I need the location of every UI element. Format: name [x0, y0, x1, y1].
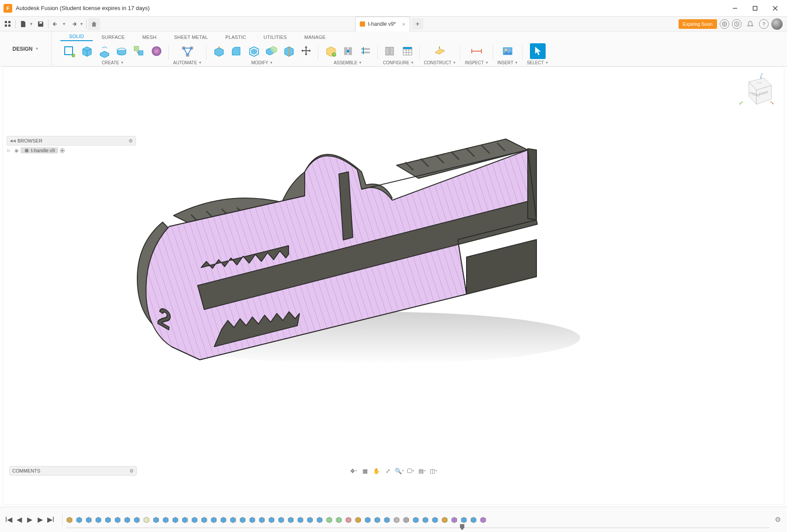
- timeline-feature[interactable]: [402, 515, 411, 524]
- notifications-button[interactable]: [744, 18, 756, 30]
- help-button[interactable]: ?: [759, 19, 769, 29]
- timeline-feature[interactable]: [190, 515, 199, 524]
- timeline-feature[interactable]: [277, 515, 286, 524]
- timeline-feature[interactable]: [171, 515, 180, 524]
- plane-icon[interactable]: [432, 43, 448, 59]
- look-at-icon[interactable]: ▦: [360, 466, 370, 476]
- tab-utilities[interactable]: UTILITIES: [255, 33, 296, 41]
- timeline-feature[interactable]: [383, 515, 391, 524]
- save-button[interactable]: [35, 18, 47, 30]
- sweep-icon[interactable]: [131, 43, 147, 59]
- timeline-feature[interactable]: [344, 515, 353, 524]
- group-label[interactable]: CONSTRUCT: [424, 60, 452, 65]
- timeline-feature[interactable]: [229, 515, 237, 524]
- model-section-view[interactable]: 2: [99, 124, 602, 377]
- timeline-feature[interactable]: [354, 515, 362, 524]
- component-chip[interactable]: t-handle v9: [21, 147, 58, 153]
- tab-manage[interactable]: MANAGE: [296, 33, 334, 41]
- measure-icon[interactable]: [469, 43, 484, 59]
- orbit-icon[interactable]: ✥▾: [349, 466, 359, 476]
- timeline-feature[interactable]: [363, 515, 372, 524]
- job-status-button[interactable]: [732, 19, 742, 29]
- timeline-feature[interactable]: [181, 515, 189, 524]
- insert-icon[interactable]: [500, 43, 515, 59]
- timeline-marker[interactable]: [460, 524, 464, 530]
- timeline-feature[interactable]: [460, 515, 468, 524]
- undo-button[interactable]: [50, 18, 62, 30]
- timeline-feature[interactable]: [411, 515, 420, 524]
- zoom-icon[interactable]: ⤢: [383, 466, 393, 476]
- timeline-feature[interactable]: [209, 515, 218, 524]
- revolve-icon[interactable]: [114, 43, 129, 59]
- file-menu-button[interactable]: [17, 18, 29, 30]
- timeline-feature[interactable]: [296, 515, 305, 524]
- timeline-feature[interactable]: [123, 515, 132, 524]
- timeline-feature[interactable]: [132, 515, 141, 524]
- minimize-button[interactable]: [725, 0, 745, 17]
- tab-sheet-metal[interactable]: SHEET METAL: [165, 33, 217, 41]
- press-pull-icon[interactable]: [211, 43, 226, 59]
- extensions-button[interactable]: [720, 19, 729, 29]
- timeline-feature[interactable]: [219, 515, 228, 524]
- tab-solid[interactable]: SOLID: [60, 32, 93, 41]
- home-button[interactable]: [88, 18, 100, 30]
- timeline-feature[interactable]: [440, 515, 449, 524]
- timeline-track[interactable]: [66, 527, 770, 529]
- new-component-icon[interactable]: +: [323, 43, 338, 59]
- sketch-icon[interactable]: +: [61, 43, 77, 59]
- timeline-feature[interactable]: [65, 515, 74, 524]
- timeline-feature[interactable]: [84, 515, 93, 524]
- timeline-feature[interactable]: [469, 515, 478, 524]
- timeline-play-button[interactable]: ▶: [25, 515, 34, 524]
- fit-icon[interactable]: 🔍▾: [394, 466, 404, 476]
- timeline-feature[interactable]: [315, 515, 324, 524]
- pan-icon[interactable]: ✋: [372, 466, 381, 476]
- timeline-feature[interactable]: [325, 515, 334, 524]
- timeline-feature[interactable]: [334, 515, 343, 524]
- tab-mesh[interactable]: MESH: [133, 33, 165, 41]
- group-label[interactable]: MODIFY: [251, 60, 268, 65]
- timeline-feature[interactable]: [75, 515, 84, 524]
- select-icon[interactable]: [530, 43, 546, 59]
- viewcube[interactable]: z x y FRONT RIGHT TOP: [738, 71, 775, 109]
- group-label[interactable]: INSPECT: [465, 60, 484, 65]
- as-built-joint-icon[interactable]: [358, 43, 373, 59]
- fillet-icon[interactable]: [228, 43, 244, 59]
- visibility-icon[interactable]: ◉: [14, 148, 19, 153]
- configure-icon[interactable]: [382, 43, 398, 59]
- document-tab[interactable]: t-handle v9* ×: [355, 17, 410, 31]
- timeline-feature[interactable]: [479, 515, 488, 524]
- group-label[interactable]: CONFIGURE: [383, 60, 409, 65]
- comments-panel[interactable]: COMMENTS ⚙: [9, 466, 137, 476]
- timeline-feature[interactable]: [267, 515, 276, 524]
- timeline-feature[interactable]: [248, 515, 257, 524]
- timeline-feature[interactable]: [450, 515, 459, 524]
- timeline-feature[interactable]: [200, 515, 209, 524]
- data-panel-button[interactable]: [2, 18, 14, 30]
- shell-icon[interactable]: [246, 43, 261, 59]
- grid-settings-icon[interactable]: ▤▾: [417, 466, 427, 476]
- combine-icon[interactable]: [263, 43, 279, 59]
- expiring-soon-badge[interactable]: Expiring Soon: [679, 19, 717, 29]
- timeline-feature[interactable]: [421, 515, 430, 524]
- group-label[interactable]: SELECT: [527, 60, 544, 65]
- box-icon[interactable]: [79, 43, 94, 59]
- timeline-back-button[interactable]: ◀: [15, 515, 24, 524]
- timeline-feature[interactable]: [113, 515, 122, 524]
- timeline-settings-button[interactable]: ⚙: [773, 515, 783, 525]
- workspace-switcher[interactable]: DESIGN▼: [0, 31, 52, 66]
- tab-surface[interactable]: SURFACE: [93, 33, 133, 41]
- maximize-button[interactable]: [745, 0, 765, 17]
- automate-icon[interactable]: [180, 43, 195, 59]
- timeline-feature[interactable]: [94, 515, 103, 524]
- timeline-feature[interactable]: [392, 515, 401, 524]
- timeline-feature[interactable]: [104, 515, 112, 524]
- group-label[interactable]: AUTOMATE: [173, 60, 197, 65]
- timeline-feature[interactable]: [286, 515, 295, 524]
- timeline-feature[interactable]: [258, 515, 266, 524]
- display-settings-icon[interactable]: 🖵▾: [406, 466, 415, 476]
- timeline-feature[interactable]: [373, 515, 382, 524]
- move-icon[interactable]: [298, 43, 314, 59]
- new-tab-button[interactable]: +: [412, 18, 423, 30]
- viewport-layout-icon[interactable]: ◫▾: [428, 466, 438, 476]
